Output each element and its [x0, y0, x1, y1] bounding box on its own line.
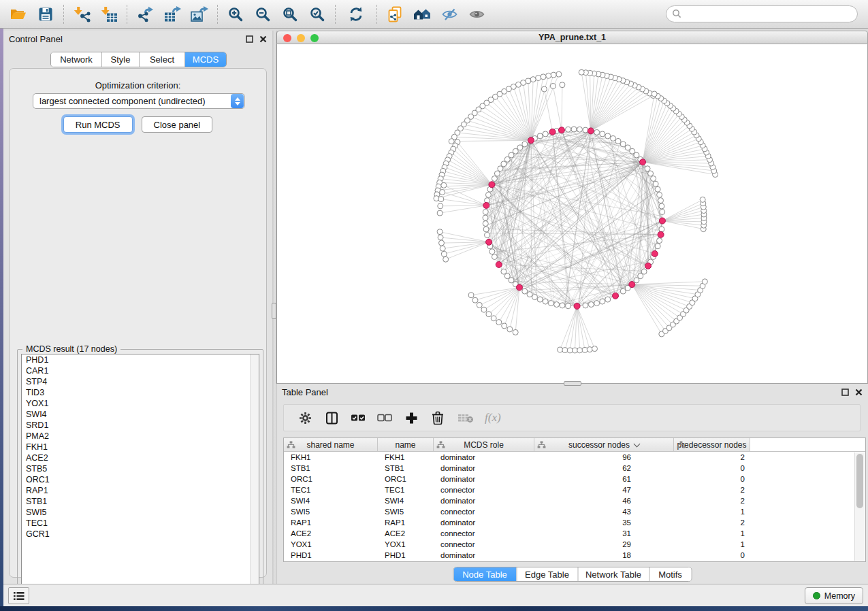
column-header-successor-nodes[interactable]: successor nodes [534, 438, 674, 451]
show-columns-button[interactable] [320, 408, 343, 428]
table-cell[interactable]: TEC1 [378, 484, 434, 495]
table-cell[interactable]: SWI4 [378, 495, 434, 506]
table-cell[interactable]: 0 [674, 463, 750, 474]
mcds-node-item[interactable]: STB5 [22, 463, 259, 474]
window-close-button[interactable] [283, 34, 291, 42]
table-cell[interactable]: 31 [534, 528, 674, 539]
table-cell[interactable]: 0 [674, 550, 750, 561]
tab-motifs[interactable]: Motifs [649, 567, 691, 581]
function-builder-button[interactable]: f(x) [485, 411, 501, 425]
table-cell[interactable]: SWI5 [378, 506, 434, 517]
mcds-result-list[interactable]: PHD1CAR1STP4TID3YOX1SWI4SRD1PMA2FKH1ACE2… [21, 354, 259, 597]
table-cell[interactable]: 43 [534, 506, 674, 517]
column-header-MCDS-role[interactable]: MCDS role [434, 438, 534, 451]
tab-mcds[interactable]: MCDS [184, 52, 226, 67]
table-cell[interactable]: 1 [674, 506, 750, 517]
table-cell[interactable]: connector [434, 539, 534, 550]
table-cell[interactable]: dominator [434, 463, 534, 474]
table-row[interactable]: PHD1PHD1dominator180 [284, 550, 865, 561]
table-cell[interactable]: SWI4 [284, 495, 378, 506]
first-neighbors-button[interactable] [408, 3, 436, 26]
mcds-node-item[interactable]: SRD1 [22, 420, 259, 431]
table-cell[interactable]: 35 [534, 517, 674, 528]
float-panel-icon[interactable] [246, 35, 253, 43]
deselect-all-button[interactable] [373, 408, 396, 428]
table-cell[interactable]: YOX1 [378, 539, 434, 550]
table-cell[interactable]: 2 [674, 495, 750, 506]
table-cell[interactable]: 0 [674, 474, 750, 484]
network-window-titlebar[interactable]: YPA_prune.txt_1 [276, 31, 868, 44]
run-mcds-button[interactable]: Run MCDS [63, 116, 133, 133]
tab-select[interactable]: Select [139, 52, 184, 67]
table-row[interactable]: FKH1FKH1dominator962 [284, 452, 865, 463]
mcds-node-item[interactable]: SWI4 [22, 409, 259, 420]
mcds-node-item[interactable]: CAR1 [22, 365, 259, 376]
split-divider-grip[interactable] [272, 303, 276, 319]
table-cell[interactable]: STB1 [378, 463, 434, 474]
table-cell[interactable]: PHD1 [378, 550, 434, 561]
mcds-node-item[interactable]: STP4 [22, 376, 259, 387]
table-cell[interactable]: ACE2 [378, 528, 434, 539]
open-file-button[interactable] [5, 3, 32, 26]
table-scrollbar[interactable] [854, 452, 865, 561]
table-cell[interactable]: RAP1 [284, 517, 378, 528]
mcds-node-item[interactable]: YOX1 [22, 398, 259, 409]
table-cell[interactable]: STB1 [284, 463, 378, 474]
column-header-name[interactable]: name [378, 438, 434, 451]
network-graph[interactable] [277, 44, 867, 382]
task-history-button[interactable] [8, 587, 29, 604]
mcds-node-item[interactable]: ORC1 [22, 474, 259, 485]
table-cell[interactable]: ORC1 [378, 474, 434, 484]
table-cell[interactable]: dominator [434, 550, 534, 561]
delete-table-button[interactable] [454, 408, 477, 428]
table-cell[interactable]: RAP1 [378, 517, 434, 528]
table-cell[interactable]: 29 [534, 539, 674, 550]
mcds-node-item[interactable]: GCR1 [22, 529, 259, 540]
tab-edge-table[interactable]: Edge Table [516, 567, 577, 581]
criterion-dropdown[interactable]: largest connected component (undirected) [33, 93, 245, 109]
table-row[interactable]: ACE2ACE2connector311 [284, 528, 865, 539]
zoom-fit-button[interactable] [276, 3, 304, 26]
table-row[interactable]: STB1STB1dominator620 [284, 463, 865, 474]
export-table-button[interactable] [159, 3, 186, 26]
mcds-node-item[interactable]: FKH1 [22, 442, 259, 452]
column-header-predecessor-nodes[interactable]: predecessor nodes [674, 438, 750, 451]
table-cell[interactable]: ORC1 [284, 474, 378, 484]
table-cell[interactable]: YOX1 [284, 539, 378, 550]
table-cell[interactable]: TEC1 [284, 484, 378, 495]
table-cell[interactable]: 1 [674, 539, 750, 550]
table-cell[interactable]: dominator [434, 474, 534, 484]
export-image-button[interactable] [186, 3, 213, 26]
table-row[interactable]: RAP1RAP1dominator352 [284, 517, 865, 528]
table-cell[interactable]: FKH1 [378, 452, 434, 463]
export-network-button[interactable] [131, 3, 159, 26]
table-row[interactable]: ORC1ORC1dominator610 [284, 474, 865, 484]
hide-selected-button[interactable] [436, 3, 463, 26]
table-cell[interactable]: 1 [674, 528, 750, 539]
window-minimize-button[interactable] [297, 34, 305, 42]
tab-network-table[interactable]: Network Table [577, 567, 649, 581]
table-cell[interactable]: connector [434, 484, 534, 495]
mcds-node-item[interactable]: ACE2 [22, 452, 259, 463]
table-options-gear-button[interactable] [293, 408, 317, 428]
table-cell[interactable]: FKH1 [284, 452, 378, 463]
table-cell[interactable]: ACE2 [284, 528, 378, 539]
mcds-node-item[interactable]: SWI5 [22, 507, 259, 518]
table-row[interactable]: SWI4SWI4dominator462 [284, 495, 865, 506]
table-cell[interactable]: connector [434, 506, 534, 517]
save-session-button[interactable] [32, 3, 59, 26]
table-cell[interactable]: 18 [534, 550, 674, 561]
table-cell[interactable]: 96 [534, 452, 674, 463]
mcds-node-item[interactable]: STB1 [22, 496, 259, 507]
table-cell[interactable]: 61 [534, 474, 674, 484]
table-row[interactable]: SWI5SWI5connector431 [284, 506, 865, 517]
mcds-list-scrollbar[interactable] [250, 354, 259, 597]
table-scrollbar-thumb[interactable] [856, 454, 863, 508]
table-row[interactable]: TEC1TEC1connector472 [284, 484, 865, 495]
refresh-layout-button[interactable] [342, 3, 370, 26]
float-panel-icon[interactable] [841, 389, 849, 396]
table-cell[interactable]: dominator [434, 495, 534, 506]
table-cell[interactable]: dominator [434, 452, 534, 463]
tab-network[interactable]: Network [51, 52, 101, 67]
close-panel-button[interactable]: Close panel [142, 116, 213, 133]
